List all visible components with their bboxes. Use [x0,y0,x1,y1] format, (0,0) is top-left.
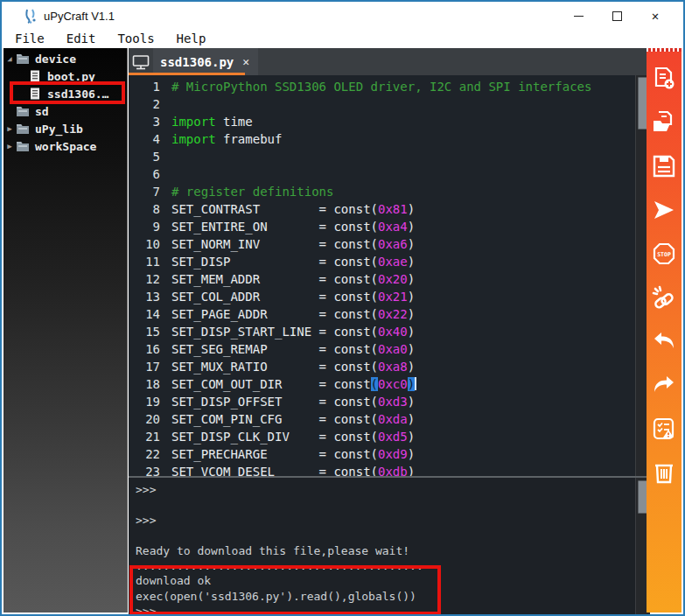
stop-icon[interactable]: STOP [651,241,677,267]
code-line[interactable]: 10SET_NORM_INV = const(0xa6) [129,235,650,253]
line-number: 18 [129,375,160,393]
code-line[interactable]: 3import time [129,113,650,130]
menu-bar: File Edit Tools Help [3,28,682,48]
line-number: 23 [129,463,160,476]
code-line[interactable]: 13SET_COL_ADDR = const(0x21) [129,288,650,305]
code-line[interactable]: 5 [129,148,650,165]
code-line[interactable]: 2 [129,95,650,113]
editor-pane: ssd1306.py ✕ 1# MicroPython SSD1306 OLED… [129,48,650,612]
code-line[interactable]: 7# register definitions [129,183,650,200]
tree-item-upy-lib[interactable]: ▶ uPy_lib [3,120,127,137]
line-number: 3 [129,113,160,130]
collapse-arrow-icon[interactable]: ◢ [3,54,16,63]
code-line[interactable]: 6 [129,165,650,183]
code-line[interactable]: 4import framebuf [129,130,650,148]
tree-item-workspace[interactable]: ▶ workSpace [3,137,127,155]
line-number: 7 [129,183,160,200]
open-file-icon[interactable] [651,109,677,136]
line-number: 12 [129,270,160,288]
terminal-console[interactable]: >>> >>> Ready to download this file,plea… [129,478,650,614]
tree-item-label: uPy_lib [35,122,83,136]
minimize-icon [574,16,584,17]
code-line[interactable]: 9SET_ENTIRE_ON = const(0xa4) [129,218,650,235]
code-line[interactable]: 16SET_SEG_REMAP = const(0xa0) [129,340,650,358]
menu-tools[interactable]: Tools [117,32,154,46]
maximize-button[interactable] [598,4,636,28]
code-line[interactable]: 12SET_MEM_ADDR = const(0x20) [129,270,650,288]
console-line: >>> [136,482,650,497]
code-line[interactable]: 15SET_DISP_START_LINE = const(0x40) [129,323,650,340]
minimize-button[interactable] [559,4,598,28]
line-number: 10 [129,235,160,253]
code-line[interactable]: 18SET_COM_OUT_DIR = const(0xc0) [129,375,650,393]
line-number: 2 [129,95,160,113]
line-number: 5 [129,148,160,165]
console-line: download ok [136,573,650,588]
line-number: 17 [129,358,160,375]
code-line[interactable]: 19SET_DISP_OFFSET = const(0xd3) [129,393,650,410]
tree-item-label: sd [35,105,49,118]
expand-arrow-icon[interactable]: ▶ [3,142,16,150]
app-logo-icon [24,9,37,24]
folder-icon [16,105,30,117]
tool-bar: STOP [647,48,682,612]
tab-label: ssd1306.py [160,55,234,69]
clear-icon[interactable] [651,459,677,486]
redo-icon[interactable] [651,372,677,398]
file-tree: ◢ device boot.py ssd1306.… sd ▶ uPy_lib … [3,48,128,612]
close-button[interactable]: ✕ [636,4,675,28]
code-line[interactable]: 22SET_PRECHARGE = const(0xd9) [129,445,650,463]
code-editor[interactable]: 1# MicroPython SSD1306 OLED driver, I2C … [129,75,650,476]
tree-item-label: boot.py [47,70,95,83]
connect-icon[interactable] [651,284,677,311]
line-number: 15 [129,323,160,340]
new-file-icon[interactable] [651,66,677,92]
tree-item-label: ssd1306.… [47,88,108,101]
tree-item-boot-py[interactable]: boot.py [3,67,127,85]
line-number: 19 [129,393,160,410]
menu-help[interactable]: Help [177,32,206,46]
line-number: 9 [129,218,160,235]
editor-monitor-icon [129,48,153,75]
syntax-check-icon[interactable] [651,416,677,442]
tree-item-label: workSpace [35,140,96,153]
console-line: exec(open('ssd1306.py').read(),globals()… [136,589,650,604]
code-line[interactable]: 23SET_VCOM_DESEL = const(0xdb) [129,463,650,476]
undo-icon[interactable] [651,328,677,354]
code-line[interactable]: 21SET_DISP_CLK_DIV = const(0xd5) [129,428,650,445]
code-lines: 1# MicroPython SSD1306 OLED driver, I2C … [129,78,650,476]
download-run-icon[interactable] [651,197,677,223]
code-line[interactable]: 14SET_PAGE_ADDR = const(0x22) [129,305,650,323]
line-number: 6 [129,165,160,183]
console-line: ........................................… [136,558,650,573]
console-line [136,497,650,512]
menu-file[interactable]: File [15,32,45,46]
line-number: 13 [129,288,160,305]
line-number: 8 [129,200,160,218]
line-number: 14 [129,305,160,323]
maximize-icon [612,11,622,21]
tab-ssd1306-py[interactable]: ssd1306.py ✕ [153,48,258,75]
code-line[interactable]: 17SET_MUX_RATIO = const(0xa8) [129,358,650,375]
line-number: 16 [129,340,160,358]
folder-icon [16,52,30,65]
expand-arrow-icon[interactable]: ▶ [3,124,16,133]
save-icon[interactable] [651,153,677,179]
menu-edit[interactable]: Edit [66,32,96,46]
line-number: 22 [129,445,160,463]
upycraft-window: uPyCraft V1.1 ✕ File Edit Tools Help ◢ d… [0,0,685,616]
line-number: 21 [129,428,160,445]
tree-item-ssd1306[interactable]: ssd1306.… [3,85,127,102]
text-cursor [415,377,416,390]
tree-item-device[interactable]: ◢ device [3,50,127,67]
file-icon [28,70,42,82]
code-line[interactable]: 1# MicroPython SSD1306 OLED driver, I2C … [129,78,650,95]
svg-text:STOP: STOP [657,251,671,258]
code-line[interactable]: 20SET_COM_PIN_CFG = const(0xda) [129,410,650,428]
console-line [136,528,650,542]
tree-item-sd[interactable]: sd [3,102,127,120]
code-line[interactable]: 8SET_CONTRAST = const(0x81) [129,200,650,218]
code-line[interactable]: 11SET_DISP = const(0xae) [129,253,650,270]
console-line: Ready to download this file,please wait! [136,543,650,558]
tab-close-icon[interactable]: ✕ [242,55,249,68]
